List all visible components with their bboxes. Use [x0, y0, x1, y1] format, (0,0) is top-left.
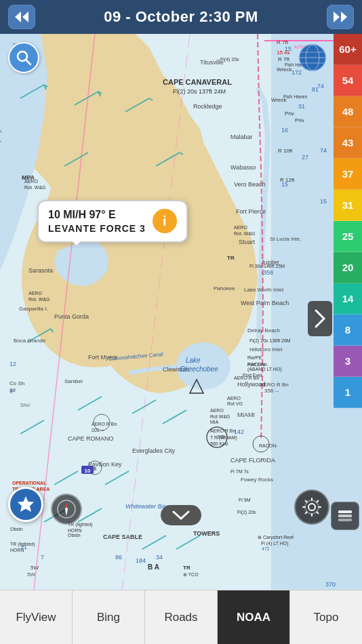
- svg-text:B  A: B A: [148, 563, 159, 571]
- svg-text:Wreck: Wreck: [277, 66, 293, 73]
- svg-text:AERO: AERO: [227, 396, 241, 401]
- svg-text:St Lucia Inle.: St Lucia Inle.: [270, 236, 301, 242]
- svg-marker-1: [22, 12, 28, 22]
- svg-text:CAPE ROMANO: CAPE ROMANO: [68, 435, 114, 442]
- svg-text:Pahokee: Pahokee: [214, 285, 235, 291]
- tab-topo[interactable]: Topo: [290, 590, 362, 644]
- tab-noaa[interactable]: NOAA: [218, 590, 290, 644]
- svg-point-178: [305, 500, 319, 514]
- svg-text:Rot W&G: Rot W&G: [210, 414, 230, 419]
- svg-text:Fl 7M 7s: Fl 7M 7s: [230, 469, 249, 474]
- tab-roads[interactable]: Roads: [145, 590, 218, 644]
- favorites-button[interactable]: [8, 487, 43, 522]
- speed-legend-item: 3: [334, 346, 362, 377]
- svg-marker-2: [334, 12, 340, 22]
- svg-text:Priv: Priv: [295, 117, 304, 123]
- svg-text:Hillsboro Inlet: Hillsboro Inlet: [249, 346, 283, 353]
- svg-text:Stuart: Stuart: [239, 239, 256, 245]
- wind-text: 10 MI/H 97° E LEVANTE FORCE 3: [48, 208, 146, 235]
- svg-text:Rw/PE: Rw/PE: [247, 355, 262, 360]
- svg-text:Rot. W&G: Rot. W&G: [28, 297, 50, 302]
- svg-text:Sanibel: Sanibel: [64, 378, 83, 384]
- svg-text:-358: -358: [261, 269, 273, 276]
- svg-text:AERO R Bn: AERO R Bn: [260, 382, 289, 388]
- svg-text:15 4s: 15 4s: [277, 49, 290, 56]
- speed-legend: 60+5448433731252014831: [334, 34, 362, 408]
- nav-arrow-button[interactable]: [308, 301, 332, 336]
- forward-button[interactable]: [327, 5, 354, 29]
- tab-flyview[interactable]: FlyView: [0, 590, 73, 644]
- layers-button[interactable]: [331, 502, 359, 530]
- wind-speed: 10 MI/H 97° E: [48, 208, 146, 222]
- svg-text:CAPE CANAVERAL: CAPE CANAVERAL: [163, 78, 232, 86]
- info-icon[interactable]: i: [153, 209, 177, 233]
- svg-text:184: 184: [136, 557, 146, 564]
- svg-text:Port Ever.: Port Ever.: [243, 373, 264, 378]
- svg-text:TR: TR: [183, 565, 190, 571]
- speed-legend-item: 60+: [334, 34, 362, 65]
- compass-button[interactable]: [51, 494, 82, 525]
- tab-bing[interactable]: Bing: [73, 590, 145, 644]
- svg-text:Fl(2) 20s 136ft 26M: Fl(2) 20s 136ft 26M: [249, 338, 291, 344]
- speed-legend-item: 48: [334, 96, 362, 127]
- collapse-button[interactable]: [161, 505, 201, 525]
- svg-text:12: 12: [9, 361, 16, 367]
- svg-text:19: 19: [9, 387, 16, 393]
- svg-text:Lake Worth Inlet: Lake Worth Inlet: [244, 287, 284, 293]
- svg-text:AERO: AERO: [210, 408, 224, 413]
- svg-text:Springs: Springs: [0, 127, 1, 146]
- svg-text:31: 31: [298, 103, 305, 110]
- svg-line-166: [26, 60, 31, 64]
- svg-text:10: 10: [85, 468, 91, 474]
- header-title: 09 - October 2:30 PM: [104, 8, 258, 26]
- svg-text:Rot VG: Rot VG: [227, 401, 243, 406]
- svg-text:Fl(4) 20s: Fl(4) 20s: [220, 57, 239, 62]
- app-header: 09 - October 2:30 PM: [0, 0, 362, 34]
- svg-text:Fl(2) 20s 137ft 24M: Fl(2) 20s 137ft 24M: [173, 88, 226, 95]
- svg-text:Punta Gorda: Punta Gorda: [54, 313, 89, 320]
- svg-text:Lake: Lake: [186, 357, 201, 364]
- svg-text:16: 16: [281, 127, 288, 134]
- speed-legend-item: 37: [334, 159, 362, 190]
- svg-text:34: 34: [156, 554, 163, 561]
- svg-text:Fl(2) 20s: Fl(2) 20s: [237, 510, 256, 515]
- map-container[interactable]: CAPE CANAVERAL Fl(2) 20s 137ft 24M Titus…: [0, 34, 362, 590]
- svg-text:AERO: AERO: [28, 291, 42, 296]
- svg-text:R 10ft: R 10ft: [278, 148, 293, 154]
- svg-text:5W: 5W: [31, 565, 39, 571]
- svg-text:7: 7: [41, 554, 44, 561]
- svg-text:15: 15: [320, 198, 327, 205]
- svg-text:74: 74: [320, 147, 327, 154]
- speed-legend-item: 1: [334, 377, 362, 408]
- svg-text:Priv: Priv: [285, 110, 294, 117]
- svg-text:11: 11: [20, 544, 27, 550]
- svg-text:Malabar: Malabar: [230, 134, 253, 140]
- svg-marker-0: [15, 12, 21, 22]
- svg-text:Rockledge: Rockledge: [193, 103, 222, 110]
- tab-bar: FlyViewBingRoadsNOAATopo: [0, 590, 362, 644]
- svg-text:OPERATIONAL: OPERATIONAL: [12, 481, 47, 485]
- svg-text:AERO R Bn: AERO R Bn: [92, 422, 117, 426]
- svg-text:27: 27: [302, 154, 308, 161]
- svg-text:Okeechobee: Okeechobee: [180, 365, 218, 373]
- wind-callout[interactable]: 10 MI/H 97° E LEVANTE FORCE 3 i: [37, 200, 188, 243]
- svg-text:Delray Beach: Delray Beach: [247, 327, 280, 334]
- svg-text:356 --: 356 --: [264, 388, 279, 394]
- svg-text:(ABAND LT HO): (ABAND LT HO): [247, 367, 282, 372]
- speed-legend-item: 20: [334, 252, 362, 283]
- svg-point-176: [65, 508, 68, 510]
- back-button[interactable]: [8, 5, 35, 29]
- search-button[interactable]: [8, 42, 39, 73]
- settings-button[interactable]: [294, 489, 329, 525]
- svg-text:CAPE FLORIDA: CAPE FLORIDA: [230, 457, 275, 464]
- globe-button[interactable]: [297, 42, 328, 73]
- svg-text:Obstn: Obstn: [10, 527, 23, 531]
- svg-text:RACON-: RACON-: [247, 362, 266, 367]
- svg-text:370: 370: [325, 581, 336, 588]
- svg-text:86: 86: [115, 554, 122, 561]
- svg-text:R 7ft: R 7ft: [278, 56, 290, 62]
- svg-text:Fowey Rocks: Fowey Rocks: [241, 477, 273, 483]
- svg-text:142: 142: [234, 428, 244, 435]
- svg-text:MIAMI: MIAMI: [237, 411, 255, 418]
- svg-text:74: 74: [317, 83, 324, 89]
